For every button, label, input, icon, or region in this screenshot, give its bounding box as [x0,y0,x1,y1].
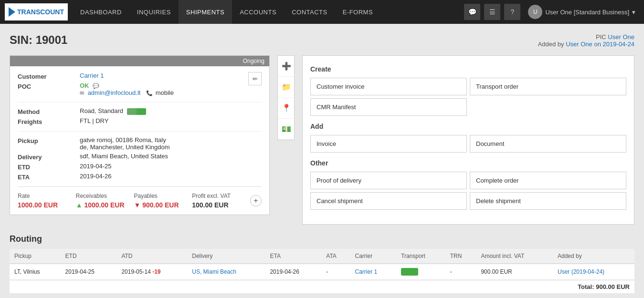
cancel-shipment-button[interactable]: Cancel shipment [310,192,467,210]
poc-status: OK [80,82,89,89]
atd-value: 2019-05-14 [121,268,150,275]
logo[interactable]: TRANSCOUNT [5,3,68,21]
eta-value: 2019-04-26 [80,173,262,181]
rate-col: Rate 1000.00 EUR [18,193,76,209]
cell-ata: - [321,264,350,280]
customer-value: Carrier 1 [80,72,248,80]
transport-order-button[interactable]: Transport order [470,78,626,95]
document-button[interactable]: Document [470,135,626,153]
list-button[interactable]: ☰ [484,4,500,20]
nav-item-contacts[interactable]: CONTACTS [284,0,335,24]
complete-order-button[interactable]: Complete order [470,172,626,189]
customer-invoice-button[interactable]: Customer invoice [310,78,467,95]
added-by-line: Added by User One on 2019-04-24 [538,41,634,48]
nav-item-accounts[interactable]: ACCOUNTS [232,0,284,24]
payables-col: Payables ▼ 900.00 EUR [134,193,192,209]
money-icon[interactable]: 💵 [278,119,295,140]
add-buttons-grid: Invoice Document [310,135,626,153]
pic-label: PIC [596,33,606,41]
col-added-by: Added by [553,249,634,264]
eta-label: ETA [18,173,80,181]
create-icon[interactable]: ➕ [278,56,295,77]
proof-delivery-button[interactable]: Proof of delivery [310,172,467,189]
col-eta: ETA [265,249,321,264]
payables-value: ▼ 900.00 EUR [134,201,192,209]
logo-text: TRANSCOUNT [17,8,64,16]
payables-label: Payables [134,193,192,199]
nav-item-dashboard[interactable]: DASHBOARD [73,0,129,24]
info-grid: Customer Carrier 1 POC OK 💬 ✉ admin@info… [18,72,248,96]
cell-delivery: US, Miami Beach [187,264,265,280]
invoice-button[interactable]: Invoice [310,135,467,153]
chat-button[interactable]: 💬 [464,4,480,20]
col-ata: ATA [321,249,350,264]
etd-value: 2019-04-25 [80,163,262,171]
chevron-down-icon: ▾ [632,9,635,16]
col-delivery: Delivery [187,249,265,264]
cell-eta: 2019-04-26 [265,264,321,280]
added-by-row-link[interactable]: User (2019-04-24) [558,268,604,275]
content-row: Ongoing ✏ Customer Carrier 1 POC OK 💬 ✉ … [10,55,634,225]
email-icon: ✉ [80,90,84,96]
col-atd: ATD [116,249,187,264]
nav-item-inquiries[interactable]: INQUIRIES [129,0,179,24]
logo-arrow-icon [9,7,15,17]
routing-title: Routing [10,234,634,244]
rate-value: 1000.00 EUR [18,201,76,209]
down-arrow-icon: ▼ [134,201,143,209]
pic-user-link[interactable]: User One [608,33,634,41]
other-section-title: Other [310,159,626,167]
add-financials-button[interactable]: + [250,195,262,206]
other-buttons-grid: Proof of delivery Complete order Cancel … [310,172,626,210]
carrier-link[interactable]: Carrier 1 [355,268,377,275]
truck-image [127,108,146,115]
add-section-title: Add [310,123,626,130]
pickup-value: gatve romoj, 00186 Roma, Italy de, Manch… [80,136,262,151]
cell-etd: 2019-04-25 [61,264,117,280]
page-header: SIN: 19001 PIC User One Added by User On… [10,33,634,48]
edit-button[interactable]: ✏ [248,72,262,85]
delivery-link[interactable]: US, Miami Beach [192,268,236,275]
total-value: 900.00 EUR [596,283,630,290]
col-transport: Transport [396,249,445,264]
user-menu[interactable]: U User One [Standard Business] ▾ [524,5,639,19]
method-grid: Method Road, Standard Freights FTL | DRY [18,107,262,125]
customer-link[interactable]: Carrier 1 [80,72,104,79]
email-link[interactable]: admin@infocloud.lt [88,89,141,96]
main-content: SIN: 19001 PIC User One Added by User On… [0,24,644,298]
chat-small-icon: 💬 [93,83,99,89]
status-badge: Ongoing [10,56,269,66]
cell-trn: - [445,264,476,280]
cmr-manifest-button[interactable]: CMR Manifest [310,98,467,116]
side-icon-bar: ➕ 📁 📍 💵 [277,55,295,140]
create-buttons-grid: Customer invoice Transport order CMR Man… [310,78,626,116]
pic-line: PIC User One [538,33,634,41]
customer-label: Customer [18,72,80,80]
nav-item-eforms[interactable]: E-FORMS [335,0,380,24]
receivables-col: Receivables ▲ 1000.00 EUR [76,193,134,209]
col-pickup: Pickup [10,249,61,264]
nav-item-shipments[interactable]: SHIPMENTS [179,0,232,24]
etd-label: ETD [18,163,80,171]
delete-shipment-button[interactable]: Delete shipment [470,192,626,210]
receivables-value: ▲ 1000.00 EUR [76,201,134,209]
cell-transport [396,264,445,280]
col-carrier: Carrier [350,249,396,264]
poc-value: OK 💬 ✉ admin@infocloud.lt 📞 mobile [80,82,248,96]
help-button[interactable]: ? [504,4,520,20]
routing-table: Pickup ETD ATD Delivery ETA ATA Carrier … [10,249,634,280]
pickup-label: Pickup [18,136,80,151]
folder-icon[interactable]: 📁 [278,77,295,98]
up-arrow-icon: ▲ [76,201,84,209]
poc-label: POC [18,82,80,96]
top-navigation: TRANSCOUNT DASHBOARD INQUIRIES SHIPMENTS… [0,0,644,24]
payables-amount: 900.00 EUR [142,201,179,209]
receivables-amount: 1000.00 EUR [84,201,125,209]
added-by-label: Added by [538,41,564,48]
location-icon[interactable]: 📍 [278,98,295,119]
routing-section: Routing Pickup ETD ATD Delivery ETA ATA … [10,234,634,293]
action-panel: Create Customer invoice Transport order … [302,55,634,225]
added-by-link[interactable]: User One on 2019-04-24 [566,41,634,48]
card-body: ✏ Customer Carrier 1 POC OK 💬 ✉ admin@in… [10,66,269,215]
table-row: LT, Vilnius 2019-04-25 2019-05-14 -19 US… [10,264,634,280]
